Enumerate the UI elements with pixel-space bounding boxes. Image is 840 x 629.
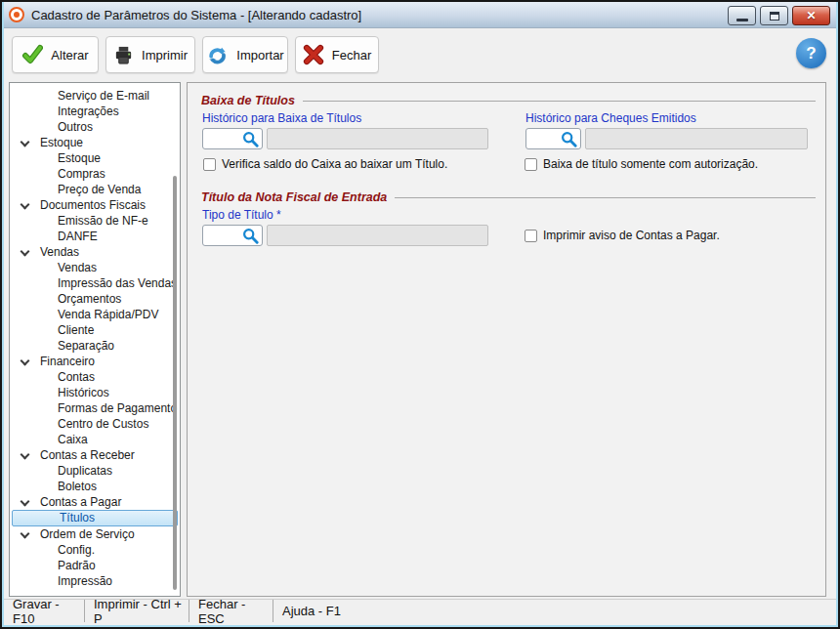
sidebar-item-padrao[interactable]: Padrão: [11, 558, 179, 573]
tree-item-label: Serviço de E-mail: [58, 88, 149, 104]
toolbar: Alterar Imprimir Importar: [4, 29, 836, 78]
historico-baixa-code-input[interactable]: [202, 128, 263, 149]
sidebar-item-contas[interactable]: Contas: [11, 369, 179, 385]
sidebar-item-titulos[interactable]: Títulos: [12, 510, 178, 526]
tipo-titulo-code-field[interactable]: [203, 229, 242, 242]
sidebar-item-contas-a-receber[interactable]: Contas a Receber: [11, 447, 179, 463]
checkbox-label: Imprimir aviso de Contas a Pagar.: [543, 229, 720, 242]
tipo-titulo-code-input[interactable]: [202, 225, 263, 246]
restore-button[interactable]: [760, 6, 788, 25]
sidebar-item-estoque[interactable]: Estoque: [11, 150, 179, 166]
imprimir-label: Imprimir: [142, 48, 188, 63]
checkbox-imprimir-aviso[interactable]: Imprimir aviso de Contas a Pagar.: [525, 229, 720, 242]
sidebar-item-historicos[interactable]: Históricos: [11, 385, 179, 400]
sidebar-item-cliente[interactable]: Cliente: [11, 322, 179, 338]
sidebar-item-vendas[interactable]: Vendas: [11, 244, 179, 260]
status-gravar: Gravar - F10: [4, 600, 85, 622]
tree-item-label: Cliente: [58, 322, 94, 338]
fechar-button[interactable]: Fechar: [295, 36, 379, 73]
main-panel: Baixa de Títulos Histórico para Baixa de…: [187, 82, 826, 597]
historico-baixa-text-input: [268, 129, 487, 148]
sidebar-item-duplicatas[interactable]: Duplicatas: [11, 463, 179, 479]
sidebar-item-centro-de-custos[interactable]: Centro de Custos: [11, 416, 179, 432]
tree-item-label: Formas de Pagamento: [58, 400, 177, 416]
close-x-icon: [303, 44, 324, 65]
fechar-label: Fechar: [332, 48, 371, 63]
tree-item-label: Centro de Custos: [58, 416, 148, 432]
historico-cheques-code-input[interactable]: [525, 128, 581, 149]
tree-item-label: Padrão: [58, 558, 96, 573]
sidebar-item-compras[interactable]: Compras: [11, 166, 179, 182]
help-button[interactable]: ?: [796, 38, 826, 68]
status-ajuda: Ajuda - F1: [273, 600, 836, 622]
sidebar-item-vendas[interactable]: Vendas: [11, 260, 179, 275]
sidebar-item-integracoes[interactable]: Integrações: [11, 104, 179, 119]
checkbox-icon[interactable]: [525, 158, 537, 171]
search-icon[interactable]: [242, 131, 259, 147]
checkbox-icon[interactable]: [525, 230, 537, 242]
tipo-titulo-text-field: [267, 225, 488, 246]
sidebar-item-contas-a-pagar[interactable]: Contas a Pagar: [11, 494, 179, 510]
tree-item-label: Outros: [58, 119, 93, 135]
chevron-down-icon[interactable]: [21, 247, 30, 257]
chevron-down-icon[interactable]: [21, 450, 30, 460]
search-icon[interactable]: [561, 131, 577, 147]
sidebar-item-danfe[interactable]: DANFE: [11, 229, 179, 244]
restore-icon: [770, 12, 779, 21]
tree-scrollbar[interactable]: [173, 176, 177, 590]
close-icon: ✕: [806, 9, 816, 22]
sidebar-item-config[interactable]: Config.: [11, 542, 179, 558]
search-icon[interactable]: [242, 228, 259, 244]
checkbox-verifica-saldo[interactable]: Verifica saldo do Caixa ao baixar um Tít…: [203, 157, 447, 171]
chevron-down-icon[interactable]: [21, 529, 30, 539]
sidebar-item-outros[interactable]: Outros: [11, 119, 179, 135]
tree-item-label: Ordem de Serviço: [40, 526, 135, 542]
tree-item-label: Compras: [58, 166, 105, 182]
tree-item-label: Estoque: [58, 150, 101, 166]
sidebar-item-impressao-das-vendas[interactable]: Impressão das Vendas: [11, 275, 179, 291]
group-title: Baixa de Títulos: [201, 94, 295, 107]
imprimir-button[interactable]: Imprimir: [105, 36, 195, 73]
chevron-down-icon[interactable]: [21, 138, 30, 147]
sidebar-item-boletos[interactable]: Boletos: [11, 479, 179, 494]
group-divider: [395, 197, 816, 198]
sidebar-item-separacao[interactable]: Separação: [11, 338, 179, 354]
sidebar-item-documentos-fiscais[interactable]: Documentos Fiscais: [11, 197, 179, 213]
checkbox-icon[interactable]: [203, 158, 216, 171]
statusbar: Gravar - F10 Imprimir - Ctrl + P Fechar …: [4, 599, 836, 622]
close-button[interactable]: ✕: [792, 6, 830, 25]
sidebar-item-venda-rapida-pdv[interactable]: Venda Rápida/PDV: [11, 307, 179, 322]
sidebar-item-estoque[interactable]: Estoque: [11, 135, 179, 150]
tree-item-label: Boletos: [58, 479, 97, 494]
sidebar-item-impressao[interactable]: Impressão: [11, 573, 179, 589]
checkbox-baixa-autorizacao[interactable]: Baixa de título somente com autorização.: [525, 157, 758, 171]
sidebar-item-financeiro[interactable]: Financeiro: [11, 354, 179, 369]
sidebar-item-formas-de-pagamento[interactable]: Formas de Pagamento: [11, 400, 179, 416]
alterar-button[interactable]: Alterar: [12, 36, 99, 73]
group-title: Título da Nota Fiscal de Entrada: [201, 190, 387, 204]
tipo-titulo-text-input: [268, 226, 487, 245]
settings-tree: Serviço de E-mailIntegraçõesOutrosEstoqu…: [11, 88, 179, 589]
chevron-down-icon[interactable]: [21, 356, 30, 366]
sidebar-item-preco-de-venda[interactable]: Preço de Venda: [11, 182, 179, 197]
chevron-down-icon[interactable]: [21, 497, 30, 507]
window-title: Cadastro de Parâmetros do Sistema - [Alt…: [31, 8, 361, 22]
app-window: Cadastro de Parâmetros do Sistema - [Alt…: [0, 0, 840, 629]
chevron-down-icon[interactable]: [21, 200, 30, 210]
import-icon: [206, 44, 229, 65]
historico-baixa-code-field[interactable]: [203, 132, 242, 146]
sidebar-item-orcamentos[interactable]: Orçamentos: [11, 291, 179, 307]
status-imprimir: Imprimir - Ctrl + P: [85, 600, 189, 622]
group-baixa-de-titulos: Baixa de Títulos: [201, 94, 816, 107]
minimize-button[interactable]: [728, 6, 756, 25]
field-label-historico-baixa: Histórico para Baixa de Títulos: [202, 111, 361, 125]
tree-item-label: Contas a Pagar: [40, 494, 121, 510]
importar-button[interactable]: Importar: [202, 36, 288, 73]
historico-cheques-code-field[interactable]: [526, 132, 561, 146]
sidebar-item-emissao-de-nf-e[interactable]: Emissão de NF-e: [11, 213, 179, 229]
sidebar-item-caixa[interactable]: Caixa: [11, 432, 179, 447]
sidebar-item-ordem-de-servico[interactable]: Ordem de Serviço: [11, 526, 179, 542]
checkbox-label: Verifica saldo do Caixa ao baixar um Tít…: [222, 157, 447, 171]
tree-item-label: Títulos: [60, 511, 95, 525]
sidebar-item-servico-de-e-mail[interactable]: Serviço de E-mail: [11, 88, 179, 104]
